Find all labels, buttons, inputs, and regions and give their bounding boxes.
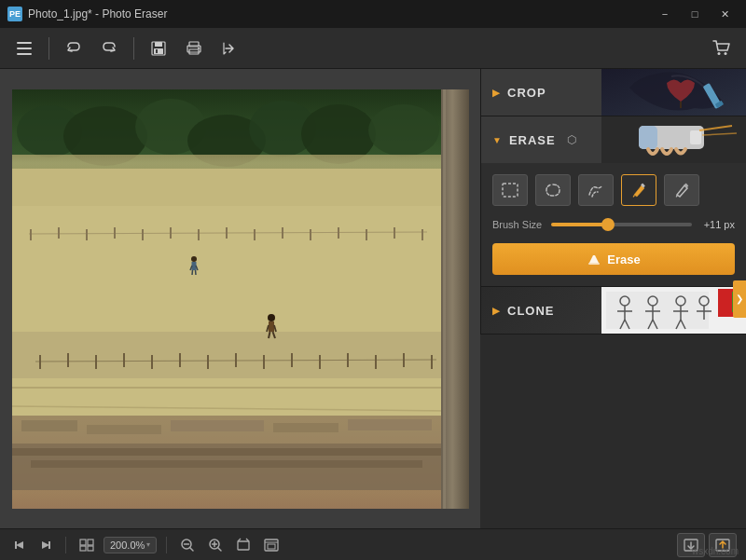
crop-section: ▶ CROP (481, 69, 746, 116)
lasso-select-button[interactable] (535, 174, 571, 206)
maximize-button[interactable]: □ (681, 5, 709, 23)
fit-screen-icon (264, 538, 279, 553)
canvas-area[interactable] (0, 69, 480, 528)
erase-section: ▼ ERASE ⬡ (481, 116, 746, 287)
brush-tool-button[interactable] (621, 174, 656, 206)
svg-rect-95 (588, 263, 600, 265)
zoom-display[interactable]: 200.0% ▾ (104, 537, 157, 553)
cart-icon (712, 40, 731, 57)
share-button[interactable] (214, 34, 244, 63)
brush-size-slider[interactable] (551, 223, 692, 226)
eraser-tool-button[interactable] (664, 174, 699, 206)
fit-window-button[interactable] (232, 535, 255, 555)
title-bar-left: PE Photo_1.jpg* - Photo Eraser (7, 7, 167, 21)
main-toolbar (0, 28, 746, 69)
svg-rect-138 (268, 544, 275, 549)
svg-rect-30 (21, 420, 77, 431)
crop-title: CROP (507, 86, 546, 100)
toolbar-sep-2 (133, 37, 134, 60)
rect-select-button[interactable] (492, 174, 528, 206)
right-panel-wrapper: ▶ CROP (480, 69, 746, 528)
svg-rect-89 (690, 130, 701, 144)
lasso-select-icon (544, 182, 562, 198)
svg-rect-4 (155, 42, 162, 47)
zoom-value: 200.0% (110, 540, 145, 551)
svg-point-11 (718, 52, 721, 55)
erase-thumb-svg (601, 116, 746, 163)
status-bar: 200.0% ▾ (0, 528, 746, 560)
svg-rect-76 (269, 321, 274, 332)
svg-rect-35 (12, 448, 449, 456)
fit-window-icon (236, 538, 251, 553)
print-button[interactable] (179, 34, 209, 63)
svg-rect-6 (156, 49, 158, 53)
save-button[interactable] (144, 34, 173, 63)
menu-button[interactable] (9, 34, 39, 63)
thumbnail-icon (79, 539, 94, 552)
svg-point-75 (268, 314, 275, 321)
svg-rect-36 (31, 460, 422, 468)
svg-rect-31 (87, 425, 161, 434)
svg-rect-124 (80, 546, 86, 551)
zoom-out-button[interactable] (176, 535, 199, 555)
svg-rect-25 (12, 332, 449, 378)
erase-header[interactable]: ▼ ERASE ⬡ (481, 116, 746, 163)
erase-button-label: Erase (607, 253, 640, 266)
svg-line-74 (195, 270, 196, 275)
svg-line-128 (190, 548, 193, 551)
erase-title: ERASE (509, 133, 556, 147)
share-icon (222, 41, 237, 56)
fit-screen-button[interactable] (260, 535, 283, 555)
photo-canvas[interactable] (12, 89, 469, 509)
svg-rect-82 (443, 89, 446, 509)
status-sep-1 (65, 537, 66, 553)
expand-panel-button[interactable]: ❯ (733, 280, 746, 318)
svg-rect-133 (238, 541, 249, 550)
close-button[interactable]: ✕ (711, 5, 739, 23)
brush-tool-icon (629, 182, 648, 198)
right-panel: ▶ CROP (480, 69, 746, 335)
undo-button[interactable] (59, 34, 89, 63)
redo-button[interactable] (94, 34, 124, 63)
svg-rect-33 (273, 423, 338, 432)
svg-rect-123 (88, 540, 93, 545)
zoom-in-button[interactable] (204, 535, 227, 555)
next-image-button[interactable] (35, 535, 56, 555)
svg-rect-2 (17, 53, 32, 55)
svg-marker-120 (42, 541, 49, 549)
cart-button[interactable] (707, 34, 737, 63)
brush-size-value: +11 px (701, 219, 735, 230)
smart-select-button[interactable] (578, 174, 614, 206)
svg-rect-32 (171, 420, 264, 431)
clone-title: CLONE (507, 304, 555, 318)
svg-marker-118 (16, 541, 23, 549)
zoom-in-icon (208, 538, 223, 553)
prev-image-button[interactable] (9, 535, 30, 555)
svg-line-132 (218, 548, 221, 551)
erase-arrow: ▼ (492, 135, 502, 145)
menu-icon (17, 42, 32, 55)
erase-button[interactable]: Erase (492, 243, 735, 275)
main-area: ▶ CROP (0, 69, 746, 528)
svg-rect-88 (639, 126, 657, 149)
crop-arrow: ▶ (492, 88, 500, 98)
app-icon: PE (7, 7, 22, 21)
svg-rect-94 (684, 184, 689, 188)
rect-select-icon (501, 182, 519, 198)
svg-line-73 (192, 270, 193, 275)
crop-header[interactable]: ▶ CROP (481, 69, 746, 116)
svg-rect-125 (88, 546, 93, 551)
watermark: wsxdn.com (692, 546, 739, 556)
svg-rect-5 (154, 48, 163, 54)
svg-point-69 (191, 256, 197, 262)
svg-rect-34 (348, 419, 432, 430)
thumbnail-button[interactable] (76, 535, 98, 555)
svg-rect-121 (48, 541, 50, 549)
tool-buttons-row (492, 174, 735, 206)
clone-header[interactable]: ▶ CLONE (481, 287, 746, 334)
toolbar-sep-1 (48, 37, 49, 60)
save-icon (151, 41, 166, 56)
prev-icon (14, 540, 25, 551)
crop-thumb-svg (601, 69, 746, 116)
minimize-button[interactable]: − (651, 5, 679, 23)
